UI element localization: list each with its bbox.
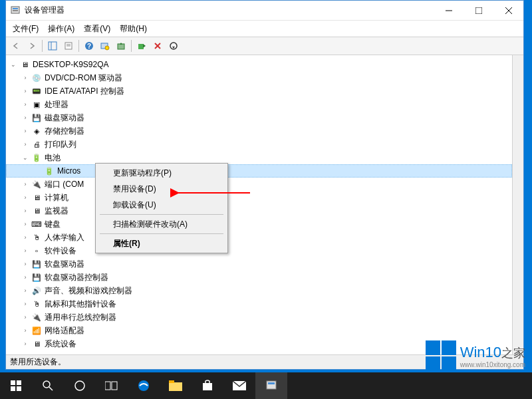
store-icon[interactable] <box>192 372 223 399</box>
device-label: 计算机 <box>45 192 68 203</box>
tree-category[interactable]: ›🔊声音、视频和游戏控制器 <box>6 284 512 297</box>
svg-rect-32 <box>169 382 182 391</box>
expand-arrow-icon[interactable]: › <box>21 246 30 255</box>
menu-view[interactable]: 查看(V) <box>80 22 114 36</box>
tree-category[interactable]: ›🖥计算机 <box>6 191 512 204</box>
tree-category[interactable]: ›▣处理器 <box>6 98 512 111</box>
svg-rect-2 <box>13 10 18 11</box>
tree-category[interactable]: ›📟IDE ATA/ATAPI 控制器 <box>6 84 512 98</box>
device-icon: 🔋 <box>44 166 55 176</box>
device-label: 网络适配器 <box>45 325 84 336</box>
svg-rect-17 <box>138 44 144 49</box>
expand-arrow-icon[interactable]: › <box>21 286 30 295</box>
menu-help[interactable]: 帮助(H) <box>116 22 151 36</box>
expand-arrow-icon[interactable]: › <box>21 299 30 309</box>
tree-category[interactable]: ›🔌通用串行总线控制器 <box>6 311 512 324</box>
watermark-suffix: 之家 <box>501 346 525 360</box>
ctx-disable-device[interactable]: 禁用设备(D) <box>97 181 226 197</box>
tree-category[interactable]: ›🖥监视器 <box>6 204 512 217</box>
svg-point-15 <box>105 46 109 50</box>
vertical-scrollbar[interactable] <box>512 55 523 354</box>
enable-button[interactable] <box>134 39 149 53</box>
tree-category[interactable]: ›💾软盘驱动器控制器 <box>6 271 512 284</box>
mail-icon[interactable] <box>223 372 255 399</box>
forward-button[interactable] <box>25 39 39 53</box>
device-label: 声音、视频和游戏控制器 <box>45 285 132 297</box>
expand-arrow-icon[interactable]: › <box>21 73 30 82</box>
minimize-button[interactable] <box>434 1 464 20</box>
tree-category[interactable]: ⌄🔋电池 <box>6 151 512 164</box>
expand-arrow-icon[interactable]: › <box>21 233 30 242</box>
properties-button[interactable] <box>61 39 76 53</box>
expand-arrow-icon[interactable]: › <box>21 113 30 122</box>
device-icon: 📶 <box>31 325 42 336</box>
explorer-icon[interactable] <box>160 372 192 399</box>
back-button[interactable] <box>9 39 23 53</box>
help-button[interactable]: ? <box>82 39 96 53</box>
tree-category[interactable]: ›💾软盘驱动器 <box>6 257 512 271</box>
expand-arrow-icon[interactable]: ⌄ <box>9 60 18 69</box>
tree-category[interactable]: ›📶网络适配器 <box>6 324 512 337</box>
close-button[interactable] <box>493 1 523 20</box>
tree-category[interactable]: ›🖱鼠标和其他指针设备 <box>6 297 512 311</box>
show-hide-tree-button[interactable] <box>45 39 60 53</box>
update-driver-button[interactable] <box>114 39 128 53</box>
device-label: Micros <box>57 166 80 176</box>
search-icon[interactable] <box>32 372 64 399</box>
task-view-icon[interactable] <box>96 372 128 399</box>
tree-category[interactable]: ›💿DVD/CD-ROM 驱动器 <box>6 71 512 84</box>
app-icon <box>10 5 21 16</box>
expand-arrow-icon[interactable]: › <box>21 313 30 322</box>
tree-category[interactable]: ›🖱人体学输入 <box>6 231 512 244</box>
expand-arrow-icon[interactable]: ⌄ <box>21 153 30 162</box>
start-button[interactable] <box>0 372 32 399</box>
ctx-scan-hardware[interactable]: 扫描检测硬件改动(A) <box>97 216 226 232</box>
uninstall-button[interactable] <box>150 39 165 53</box>
tree-category[interactable]: ›🖨打印队列 <box>6 138 512 151</box>
tree-category[interactable]: ›⌨键盘 <box>6 217 512 231</box>
maximize-button[interactable] <box>464 1 493 20</box>
device-icon: 🖱 <box>31 299 42 309</box>
device-label: 通用串行总线控制器 <box>45 312 116 323</box>
expand-arrow-icon[interactable]: › <box>21 259 30 269</box>
tree-category[interactable]: ›▫软件设备 <box>6 244 512 257</box>
expand-arrow-icon[interactable]: › <box>21 339 30 348</box>
scan-button[interactable] <box>98 39 112 53</box>
device-label: DVD/CD-ROM 驱动器 <box>45 72 122 84</box>
expand-arrow-icon[interactable]: › <box>21 193 30 202</box>
device-icon: ⌨ <box>31 219 42 229</box>
expand-arrow-icon[interactable]: › <box>21 86 30 96</box>
expand-arrow-icon[interactable]: › <box>21 100 30 109</box>
ctx-properties[interactable]: 属性(R) <box>97 235 226 251</box>
tree-root[interactable]: ⌄🖥DESKTOP-K9S92QA <box>6 58 512 71</box>
cortana-icon[interactable] <box>64 372 96 399</box>
device-icon: 💾 <box>31 259 42 269</box>
expand-arrow-icon[interactable]: › <box>21 273 30 282</box>
separator <box>42 40 43 52</box>
expand-arrow-icon[interactable]: › <box>21 326 30 335</box>
device-label: 端口 (COM <box>45 179 84 190</box>
tree-device[interactable]: 🔋Micros <box>6 164 512 178</box>
expand-arrow-icon[interactable]: › <box>21 206 30 215</box>
expand-arrow-icon[interactable]: › <box>21 126 30 136</box>
separator <box>131 40 132 52</box>
tree-category[interactable]: ›💾磁盘驱动器 <box>6 111 512 124</box>
watermark: Win10之家 www.win10xitong.com <box>426 340 525 371</box>
device-manager-taskbar-icon[interactable] <box>255 372 287 399</box>
expand-arrow-icon[interactable] <box>33 166 43 176</box>
expand-arrow-icon[interactable]: › <box>21 180 30 189</box>
tree-category[interactable]: ›🔌端口 (COM <box>6 178 512 191</box>
taskbar <box>0 372 532 399</box>
menu-file[interactable]: 文件(F) <box>9 22 43 36</box>
expand-arrow-icon[interactable]: › <box>21 219 30 229</box>
menu-action[interactable]: 操作(A) <box>44 22 78 36</box>
ctx-update-driver[interactable]: 更新驱动程序(P) <box>97 165 226 181</box>
ctx-uninstall-device[interactable]: 卸载设备(U) <box>97 197 226 213</box>
disable-button[interactable] <box>166 39 181 53</box>
device-icon: 🔋 <box>31 152 42 163</box>
tree-category[interactable]: ›◈存储控制器 <box>6 124 512 138</box>
expand-arrow-icon[interactable]: › <box>21 140 30 149</box>
edge-icon[interactable] <box>128 372 160 399</box>
svg-rect-4 <box>475 7 482 14</box>
device-tree[interactable]: ⌄🖥DESKTOP-K9S92QA›💿DVD/CD-ROM 驱动器›📟IDE A… <box>6 55 512 354</box>
